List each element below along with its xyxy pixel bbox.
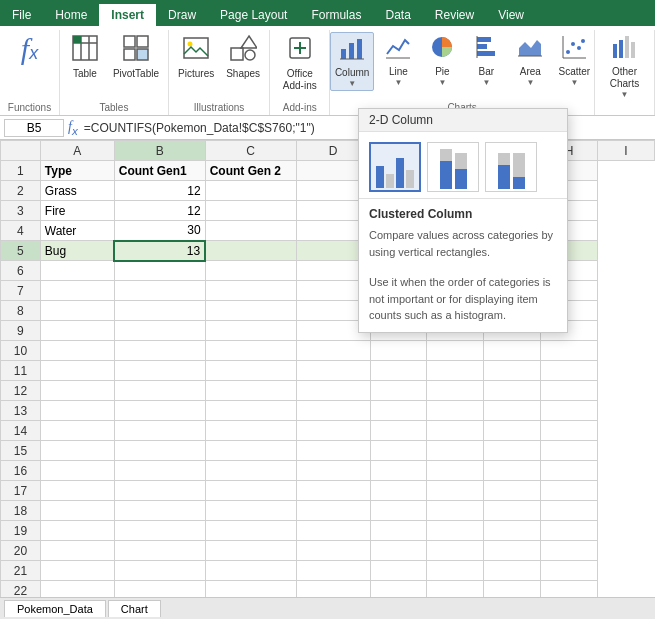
cell[interactable] (205, 521, 296, 541)
cell[interactable] (370, 341, 427, 361)
scatter-chart-button[interactable]: Scatter ▼ (554, 32, 594, 89)
cell[interactable] (205, 241, 296, 261)
cell[interactable] (370, 381, 427, 401)
stacked-column-thumb[interactable] (427, 142, 479, 192)
cell[interactable] (541, 481, 598, 501)
row-header-21[interactable]: 21 (1, 561, 41, 581)
tab-view[interactable]: View (486, 4, 536, 26)
tab-review[interactable]: Review (423, 4, 486, 26)
cell[interactable] (114, 361, 205, 381)
cell[interactable] (205, 441, 296, 461)
cell[interactable] (205, 501, 296, 521)
cell[interactable] (370, 501, 427, 521)
bar-chart-button[interactable]: Bar ▼ (466, 32, 506, 89)
tab-home[interactable]: Home (43, 4, 99, 26)
cell[interactable] (427, 421, 484, 441)
cell[interactable] (114, 541, 205, 561)
cell[interactable] (484, 521, 541, 541)
cell[interactable] (40, 281, 114, 301)
cell[interactable]: 30 (114, 221, 205, 241)
cell[interactable] (114, 481, 205, 501)
cell[interactable] (296, 341, 370, 361)
cell[interactable] (296, 521, 370, 541)
cell[interactable] (484, 341, 541, 361)
row-header-12[interactable]: 12 (1, 381, 41, 401)
cell[interactable] (205, 301, 296, 321)
cell[interactable] (296, 401, 370, 421)
cell[interactable] (205, 321, 296, 341)
cell[interactable] (205, 221, 296, 241)
cell[interactable] (484, 401, 541, 421)
row-header-7[interactable]: 7 (1, 281, 41, 301)
cell[interactable] (541, 561, 598, 581)
cell[interactable] (296, 361, 370, 381)
cell[interactable] (427, 541, 484, 561)
cell[interactable] (484, 441, 541, 461)
row-header-16[interactable]: 16 (1, 461, 41, 481)
cell[interactable] (114, 461, 205, 481)
cell[interactable] (427, 441, 484, 461)
cell[interactable]: Water (40, 221, 114, 241)
cell[interactable]: Count Gen 2 (205, 161, 296, 181)
pictures-button[interactable]: Pictures (174, 32, 218, 82)
col-header-A[interactable]: A (40, 141, 114, 161)
cell[interactable]: Grass (40, 181, 114, 201)
cell[interactable] (541, 341, 598, 361)
cell[interactable] (427, 501, 484, 521)
cell[interactable] (370, 461, 427, 481)
cell[interactable] (427, 581, 484, 598)
tab-insert[interactable]: Insert (99, 4, 156, 26)
cell[interactable] (205, 281, 296, 301)
cell[interactable] (205, 361, 296, 381)
cell[interactable] (296, 501, 370, 521)
cell[interactable] (40, 461, 114, 481)
row-header-11[interactable]: 11 (1, 361, 41, 381)
cell[interactable] (40, 581, 114, 598)
cell[interactable] (205, 341, 296, 361)
cell[interactable] (484, 461, 541, 481)
cell[interactable] (427, 561, 484, 581)
cell[interactable] (114, 401, 205, 421)
cell[interactable] (205, 381, 296, 401)
tab-data[interactable]: Data (373, 4, 422, 26)
row-header-4[interactable]: 4 (1, 221, 41, 241)
row-header-3[interactable]: 3 (1, 201, 41, 221)
cell[interactable] (114, 421, 205, 441)
cell[interactable] (370, 481, 427, 501)
cell[interactable] (370, 361, 427, 381)
cell[interactable] (296, 381, 370, 401)
cell[interactable] (40, 421, 114, 441)
cell[interactable] (427, 461, 484, 481)
cell[interactable] (541, 461, 598, 481)
cell[interactable]: Type (40, 161, 114, 181)
cell[interactable] (541, 521, 598, 541)
100pct-column-thumb[interactable] (485, 142, 537, 192)
cell[interactable] (427, 401, 484, 421)
cell[interactable] (114, 441, 205, 461)
sheet-tab-pokemon[interactable]: Pokemon_Data (4, 600, 106, 617)
cell[interactable] (484, 501, 541, 521)
row-header-8[interactable]: 8 (1, 301, 41, 321)
cell[interactable] (484, 421, 541, 441)
row-header-14[interactable]: 14 (1, 421, 41, 441)
area-chart-button[interactable]: Area ▼ (510, 32, 550, 89)
row-header-1[interactable]: 1 (1, 161, 41, 181)
cell[interactable] (296, 581, 370, 598)
cell[interactable] (484, 361, 541, 381)
cell[interactable] (114, 581, 205, 598)
cell[interactable] (370, 401, 427, 421)
cell[interactable] (296, 441, 370, 461)
col-header-B[interactable]: B (114, 141, 205, 161)
cell[interactable] (296, 481, 370, 501)
col-header-C[interactable]: C (205, 141, 296, 161)
cell[interactable]: 13 (114, 241, 205, 261)
cell[interactable] (427, 341, 484, 361)
row-header-6[interactable]: 6 (1, 261, 41, 281)
cell[interactable] (114, 381, 205, 401)
cell[interactable] (541, 441, 598, 461)
cell[interactable] (484, 581, 541, 598)
tab-draw[interactable]: Draw (156, 4, 208, 26)
cell[interactable] (427, 361, 484, 381)
cell[interactable] (40, 341, 114, 361)
cell[interactable] (370, 441, 427, 461)
